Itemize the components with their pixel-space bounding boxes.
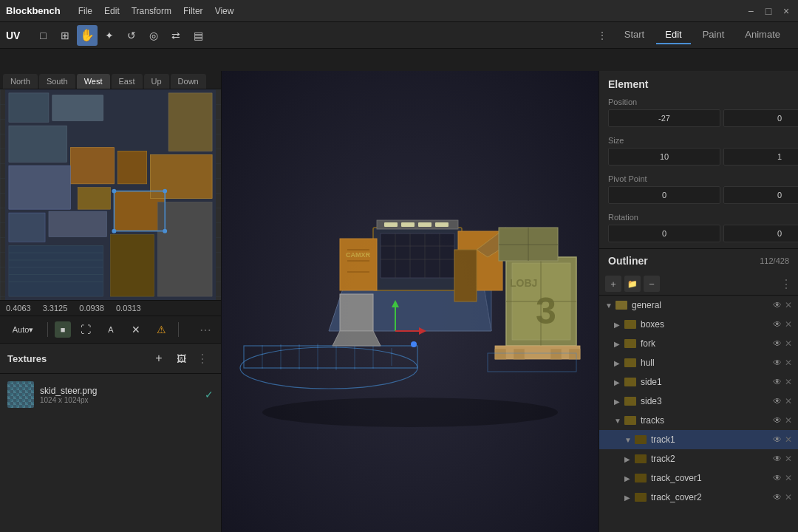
tool-move[interactable]: ✋ (77, 25, 98, 46)
tree-item-side1[interactable]: ▶ side1 👁 ✕ (599, 372, 798, 392)
tree-arrow-boxes: ▶ (614, 321, 624, 329)
tree-item-track1[interactable]: ▼ track1 👁 ✕ (599, 430, 798, 449)
folder-icon-track1 (635, 435, 647, 444)
more-options-icon[interactable]: ⋮ (598, 30, 607, 41)
tree-item-boxes[interactable]: ▶ boxes 👁 ✕ (599, 315, 798, 334)
tab-edit[interactable]: Edit (656, 26, 690, 44)
outliner-minus-btn[interactable]: − (644, 276, 660, 292)
outliner-folder-btn[interactable]: 📁 (624, 276, 641, 292)
tab-animate[interactable]: Animate (736, 26, 789, 44)
maximize-button[interactable]: □ (763, 5, 774, 17)
close-icon-fork[interactable]: ✕ (785, 338, 792, 349)
uv-tab-east[interactable]: East (112, 74, 143, 89)
uv-canvas[interactable] (0, 89, 221, 300)
tree-item-track-cover1[interactable]: ▶ track_cover1 👁 ✕ (599, 468, 798, 488)
rotation-y-input[interactable] (723, 225, 798, 242)
menu-view[interactable]: View (209, 3, 240, 19)
uv-x-value: 0.4063 (6, 304, 31, 313)
close-icon-general[interactable]: ✕ (785, 300, 792, 310)
uv-fill-btn[interactable]: ■ (55, 321, 71, 338)
texture-name: skid_steer.png (40, 386, 199, 396)
uv-tab-north[interactable]: North (3, 74, 38, 89)
close-icon-boxes[interactable]: ✕ (785, 319, 792, 330)
menu-transform[interactable]: Transform (126, 3, 177, 19)
visibility-icon-side3[interactable]: 👁 (773, 396, 782, 406)
rotation-x-input[interactable] (608, 225, 720, 242)
visibility-icon-general[interactable]: 👁 (773, 300, 782, 310)
menu-filter[interactable]: Filter (177, 3, 209, 19)
uv-tab-up[interactable]: Up (144, 74, 169, 89)
pivot-y-input[interactable] (723, 186, 798, 204)
viewport[interactable]: 3 LOBJ CAMXR (222, 71, 598, 532)
outliner-more-btn[interactable]: ⋮ (780, 277, 792, 291)
tree-item-hull[interactable]: ▶ hull 👁 ✕ (599, 353, 798, 372)
uv-tab-west[interactable]: West (77, 74, 110, 89)
close-icon-track-cover1[interactable]: ✕ (785, 473, 792, 483)
uv-tab-down[interactable]: Down (171, 74, 206, 89)
tool-target[interactable]: ◎ (143, 25, 164, 46)
tree-actions-side3: 👁 ✕ (773, 396, 792, 406)
close-icon-side3[interactable]: ✕ (785, 396, 792, 406)
svg-rect-4 (70, 148, 114, 184)
tree-item-side3[interactable]: ▶ side3 👁 ✕ (599, 392, 798, 411)
visibility-icon-boxes[interactable]: 👁 (773, 319, 782, 330)
tree-arrow-track-cover2: ▶ (624, 494, 635, 502)
minimize-button[interactable]: − (745, 5, 757, 17)
tool-grid[interactable]: ⊞ (55, 25, 75, 46)
texture-item[interactable]: skid_steer.png 1024 x 1024px ✓ (3, 377, 218, 412)
tree-arrow-track2: ▶ (624, 455, 635, 463)
uv-close-btn[interactable]: ✕ (126, 319, 146, 340)
close-icon-track2[interactable]: ✕ (785, 454, 792, 464)
tree-item-track2[interactable]: ▶ track2 👁 ✕ (599, 449, 798, 468)
visibility-icon-hull[interactable]: 👁 (773, 358, 782, 368)
visibility-icon-track2[interactable]: 👁 (773, 454, 782, 464)
visibility-icon-track-cover1[interactable]: 👁 (773, 473, 782, 483)
close-icon-track-cover2[interactable]: ✕ (785, 492, 792, 502)
uv-auto-btn[interactable]: Auto▾ (5, 319, 41, 340)
rotation-row: ⋮ (608, 225, 789, 242)
close-icon-tracks[interactable]: ✕ (785, 415, 792, 426)
close-icon-hull[interactable]: ✕ (785, 358, 792, 368)
tool-panel[interactable]: ▤ (188, 25, 208, 46)
visibility-icon-track-cover2[interactable]: 👁 (773, 492, 782, 502)
tab-paint[interactable]: Paint (694, 26, 734, 44)
visibility-icon-fork[interactable]: 👁 (773, 338, 782, 349)
tool-transform[interactable]: ✦ (99, 25, 120, 46)
visibility-icon-side1[interactable]: 👁 (773, 377, 782, 387)
size-x-input[interactable] (608, 148, 720, 166)
outliner-add-btn[interactable]: + (605, 276, 621, 292)
uv-tab-south[interactable]: South (39, 74, 75, 89)
svg-rect-5 (117, 151, 146, 184)
textures-more-btn[interactable]: ⋮ (192, 348, 213, 369)
svg-rect-48 (340, 239, 377, 290)
close-button[interactable]: × (780, 5, 792, 17)
menu-file[interactable]: File (72, 3, 98, 19)
position-y-input[interactable] (723, 109, 798, 127)
add-texture-btn[interactable]: + (149, 348, 169, 369)
tool-rotate[interactable]: ↺ (121, 25, 142, 46)
tool-arrows[interactable]: ⇄ (166, 25, 186, 46)
import-texture-btn[interactable]: 🖼 (171, 348, 191, 369)
tab-start[interactable]: Start (615, 26, 653, 44)
folder-icon-track-cover2 (635, 493, 647, 502)
close-icon-track1[interactable]: ✕ (785, 434, 792, 445)
menu-edit[interactable]: Edit (98, 3, 126, 19)
tree-item-tracks[interactable]: ▼ tracks 👁 ✕ (599, 411, 798, 430)
close-icon-side1[interactable]: ✕ (785, 377, 792, 387)
tool-rect[interactable]: □ (33, 25, 53, 46)
svg-rect-57 (435, 222, 449, 227)
position-x-input[interactable] (608, 109, 720, 127)
visibility-icon-track1[interactable]: 👁 (773, 434, 782, 445)
tree-item-general[interactable]: ▼ general 👁 ✕ (599, 296, 798, 315)
uv-warning-btn[interactable]: ⚠ (151, 319, 171, 340)
uv-text-btn[interactable]: A (100, 319, 121, 340)
uv-w-value: 0.0938 (79, 304, 104, 313)
size-y-input[interactable] (723, 148, 798, 166)
svg-rect-78 (514, 349, 525, 359)
tree-item-track-cover2[interactable]: ▶ track_cover2 👁 ✕ (599, 488, 798, 507)
tree-item-fork[interactable]: ▶ fork 👁 ✕ (599, 334, 798, 353)
visibility-icon-tracks[interactable]: 👁 (773, 415, 782, 426)
pivot-x-input[interactable] (608, 186, 720, 204)
uv-more-btn[interactable]: ⋯ (195, 319, 216, 340)
uv-expand-btn[interactable]: ⛶ (75, 319, 96, 340)
